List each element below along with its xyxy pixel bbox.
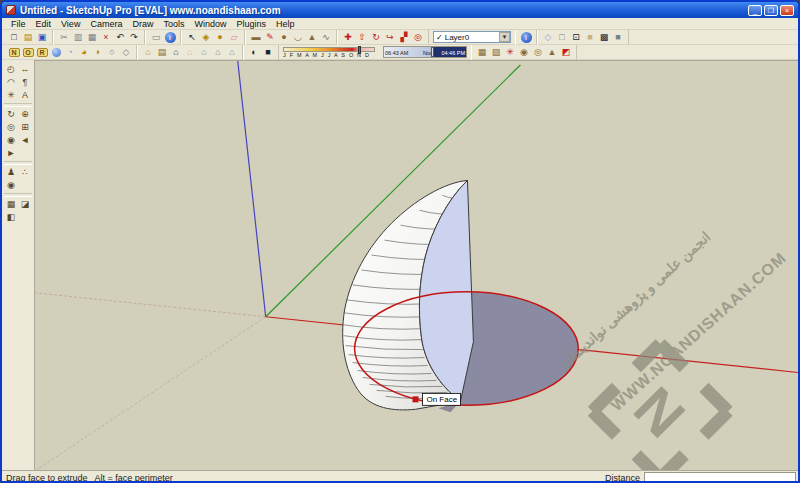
menu-item[interactable]: Tools <box>158 19 189 29</box>
cut-icon[interactable]: ✂ <box>57 31 71 44</box>
dropdown-arrow-icon[interactable]: ▼ <box>499 32 510 42</box>
wedge-tool-icon[interactable]: ◗ <box>91 46 105 59</box>
zoom-extents-icon[interactable]: ◉ <box>4 134 18 147</box>
add-detail-icon[interactable]: ▲ <box>545 46 559 59</box>
smoove-icon[interactable]: ✳ <box>503 46 517 59</box>
move-icon[interactable]: ✚ <box>341 31 355 44</box>
print-icon[interactable]: ▭ <box>149 31 163 44</box>
erase-icon[interactable]: × <box>99 31 113 44</box>
layers-info-icon[interactable]: i <box>519 31 533 44</box>
copy-icon[interactable]: ▥ <box>71 31 85 44</box>
look-around-icon[interactable]: ◉ <box>4 179 18 192</box>
hidden-line-style-icon[interactable]: ⊡ <box>569 31 583 44</box>
menu-item[interactable]: Camera <box>85 19 127 29</box>
view-iso-icon[interactable]: ⌂ <box>141 46 155 59</box>
freehand-icon[interactable]: ∿ <box>319 31 333 44</box>
model-info-icon[interactable]: i <box>163 31 177 44</box>
zoom-window-icon[interactable]: ⊞ <box>18 121 32 134</box>
viewport[interactable]: انجمن علمی و پژوهشی نواندیشان WWW.NOANDI… <box>35 60 798 470</box>
monochrome-style-icon[interactable]: ■ <box>611 31 625 44</box>
minimize-button[interactable]: _ <box>748 5 762 16</box>
offset-icon[interactable]: ◎ <box>411 31 425 44</box>
circle-tool-icon[interactable]: ○ <box>105 46 119 59</box>
diamond-tool-icon[interactable]: ◇ <box>119 46 133 59</box>
tag-o-icon[interactable]: O <box>21 46 35 59</box>
dimension-icon[interactable]: ↔ <box>18 63 32 76</box>
3d-text-icon[interactable]: A <box>18 89 32 102</box>
divider[interactable] <box>4 161 32 165</box>
v-circle-icon[interactable]: ◔ <box>63 46 77 59</box>
undo-icon[interactable]: ↶ <box>113 31 127 44</box>
zoom-previous-icon[interactable]: ◄ <box>18 134 32 147</box>
menu-item[interactable]: File <box>6 19 31 29</box>
arc-icon[interactable]: ◡ <box>291 31 305 44</box>
position-camera-icon[interactable]: ♟ <box>4 166 18 179</box>
pan-icon[interactable]: ⊕ <box>18 108 32 121</box>
xray-style-icon[interactable]: ◇ <box>541 31 555 44</box>
section-plane-icon[interactable]: ◪ <box>18 198 32 211</box>
stamp-icon[interactable]: ◉ <box>517 46 531 59</box>
eraser-icon[interactable]: ▱ <box>227 31 241 44</box>
menu-item[interactable]: Edit <box>31 19 57 29</box>
walk-icon[interactable]: ∴ <box>18 166 32 179</box>
view-back-icon[interactable]: ⌂ <box>197 46 211 59</box>
view-bottom-icon[interactable]: ⌂ <box>225 46 239 59</box>
menu-item[interactable]: Plugins <box>231 19 271 29</box>
shaded-textures-style-icon[interactable]: ▩ <box>597 31 611 44</box>
tag-n-icon[interactable]: N <box>7 46 21 59</box>
select-icon[interactable]: ↖ <box>185 31 199 44</box>
text-icon[interactable]: ¶ <box>18 76 32 89</box>
divider[interactable] <box>4 193 32 197</box>
menu-item[interactable]: Help <box>271 19 300 29</box>
wireframe-style-icon[interactable]: □ <box>555 31 569 44</box>
zoom-icon[interactable]: ◎ <box>4 121 18 134</box>
protractor-icon[interactable]: ◠ <box>4 76 18 89</box>
rectangle-icon[interactable]: ▬ <box>249 31 263 44</box>
restore-button[interactable]: ❐ <box>764 5 778 16</box>
close-button[interactable]: × <box>780 5 794 16</box>
shadow-toggle-icon[interactable]: ■ <box>261 46 275 59</box>
paste-icon[interactable]: ▦ <box>85 31 99 44</box>
rotate-icon[interactable]: ↻ <box>369 31 383 44</box>
follow-me-icon[interactable]: ↪ <box>383 31 397 44</box>
from-contours-icon[interactable]: ▦ <box>475 46 489 59</box>
paint-bucket-icon[interactable]: ● <box>213 31 227 44</box>
image-icon[interactable]: ▦ <box>4 198 18 211</box>
shadow-time-slider[interactable]: 06:43 AM Noon 04:46 PM <box>383 46 467 58</box>
menu-item[interactable]: Draw <box>127 19 158 29</box>
sphere-tool-icon[interactable] <box>49 46 63 59</box>
axes-tool-icon[interactable]: ✳ <box>4 89 18 102</box>
scale-icon[interactable]: ▞ <box>397 31 411 44</box>
menu-item[interactable]: View <box>56 19 85 29</box>
time-slider-thumb[interactable] <box>431 47 434 57</box>
shadow-date-slider[interactable]: J F M A M J J A S O N D <box>283 47 375 58</box>
redo-icon[interactable]: ↷ <box>127 31 141 44</box>
save-icon[interactable]: ▣ <box>35 31 49 44</box>
section-display-icon[interactable]: ◧ <box>4 211 18 224</box>
make-component-icon[interactable]: ◈ <box>199 31 213 44</box>
menu-item[interactable]: Window <box>189 19 231 29</box>
titlebar[interactable]: Untitled - SketchUp Pro [EVAL] www.noand… <box>2 2 798 18</box>
shaded-style-icon[interactable]: ■ <box>583 31 597 44</box>
date-slider-track[interactable] <box>283 47 375 52</box>
date-slider-thumb[interactable] <box>358 46 361 54</box>
tag-r-icon[interactable]: R <box>35 46 49 59</box>
view-front-icon[interactable]: ⌂ <box>169 46 183 59</box>
view-top-icon[interactable]: ▤ <box>155 46 169 59</box>
open-icon[interactable]: ▤ <box>21 31 35 44</box>
view-right-icon[interactable]: ⌂ <box>183 46 197 59</box>
circle-icon[interactable]: ● <box>277 31 291 44</box>
shadow-settings-icon[interactable]: ◐ <box>247 46 261 59</box>
view-left-icon[interactable]: ⌂ <box>211 46 225 59</box>
pie-tool-icon[interactable]: ◕ <box>77 46 91 59</box>
distance-input[interactable] <box>644 472 796 483</box>
new-icon[interactable]: □ <box>7 31 21 44</box>
orbit-icon[interactable]: ↻ <box>4 108 18 121</box>
drape-icon[interactable]: ◎ <box>531 46 545 59</box>
polygon-icon[interactable]: ▲ <box>305 31 319 44</box>
flip-edge-icon[interactable]: ◩ <box>559 46 573 59</box>
push-pull-icon[interactable]: ⇧ <box>355 31 369 44</box>
line-icon[interactable]: ✎ <box>263 31 277 44</box>
tape-measure-icon[interactable]: ◴ <box>4 63 18 76</box>
divider[interactable] <box>4 103 32 107</box>
